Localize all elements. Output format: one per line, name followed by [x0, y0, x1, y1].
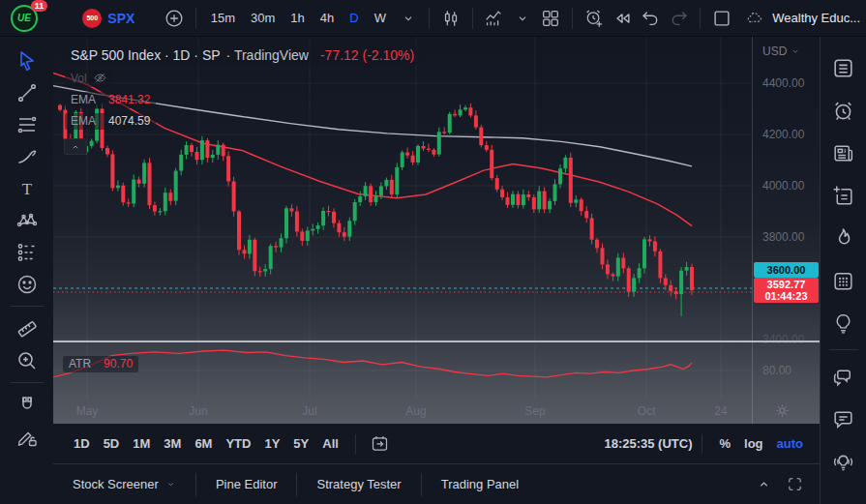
magnet-mode-button[interactable] — [9, 389, 45, 421]
timeframe-menu-arrow[interactable] — [394, 4, 422, 33]
cloud-account-button[interactable]: Wealthy Educ... — [744, 10, 860, 27]
symbol-title: S&P 500 Index · 1D · SP — [71, 47, 221, 63]
chevron-down-icon — [515, 11, 530, 26]
bar-replay-button[interactable] — [608, 4, 636, 33]
range-5y-button[interactable]: 5Y — [286, 431, 315, 456]
atr-pane[interactable] — [53, 342, 752, 399]
time-label: Jul — [302, 404, 316, 418]
watchlist-button[interactable] — [825, 46, 862, 89]
divider — [700, 8, 701, 29]
range-ytd-button[interactable]: YTD — [219, 431, 257, 456]
indicators-menu-arrow[interactable] — [508, 4, 536, 33]
symbol-description[interactable]: S&P 500 Index · 1D · SP · TradingView -7… — [65, 46, 420, 65]
top-toolbar: UE 11 500 SPX 15m 30m 1h 4h D W Wealthy … — [0, 0, 866, 37]
fib-retracement-tool-button[interactable] — [9, 108, 45, 140]
timeframe-1d-button[interactable]: D — [342, 6, 366, 30]
pattern-tool-button[interactable] — [9, 204, 45, 236]
news-button[interactable] — [825, 132, 862, 174]
timeframe-1w-button[interactable]: W — [367, 6, 394, 30]
ema-slow-legend-row[interactable]: EMA 4074.59 — [65, 113, 420, 130]
price-level-label: 3600.00 — [754, 262, 819, 278]
undo-button[interactable] — [637, 4, 665, 33]
currency-selector[interactable]: USD — [762, 44, 801, 58]
legend-collapse-button[interactable] — [64, 138, 87, 155]
clock[interactable]: 18:25:35 (UTC) — [604, 436, 692, 451]
log-scale-button[interactable]: log — [737, 431, 770, 456]
streams-button[interactable] — [825, 440, 862, 483]
hotlists-button[interactable] — [825, 217, 862, 259]
magnifier-plus-icon — [15, 349, 39, 372]
alerts-button[interactable] — [825, 89, 862, 132]
range-1y-button[interactable]: 1Y — [257, 431, 286, 456]
chats-icon — [831, 365, 855, 389]
redo-button[interactable] — [665, 4, 693, 33]
time-label: May — [76, 404, 99, 418]
public-chats-button[interactable] — [825, 355, 862, 398]
chart-style-button[interactable] — [436, 4, 464, 33]
timeframe-1h-button[interactable]: 1h — [283, 6, 312, 30]
chart-area[interactable]: MayJunJulAugSepOct24 USD 3600.00 3592.77… — [53, 37, 820, 424]
price-axis[interactable]: USD 3600.00 3592.77 01:44:23 4400.004200… — [752, 37, 820, 424]
tradingview-app: UE 11 500 SPX 15m 30m 1h 4h D W Wealthy … — [0, 0, 866, 504]
brush-tool-button[interactable] — [9, 140, 45, 172]
atr-legend[interactable]: ATR 90.70 — [63, 356, 138, 372]
measure-tool-button[interactable] — [9, 312, 45, 344]
newspaper-icon — [831, 141, 855, 165]
goto-date-button[interactable] — [366, 430, 395, 458]
pane-separator[interactable] — [53, 341, 820, 342]
time-label: 24 — [714, 404, 727, 418]
tab-trading-panel[interactable]: Trading Panel — [422, 467, 538, 501]
notes-button[interactable] — [825, 174, 862, 217]
tab-stock-screener[interactable]: Stock Screener — [53, 467, 195, 501]
expand-panel-button[interactable] — [748, 470, 779, 499]
forecast-tool-button[interactable] — [9, 236, 45, 268]
ideas-button[interactable] — [825, 302, 862, 344]
create-alert-button[interactable] — [580, 4, 608, 33]
auto-scale-button[interactable]: auto — [770, 431, 810, 456]
cursor-tool-button[interactable] — [9, 44, 45, 76]
emoji-tool-button[interactable] — [9, 268, 45, 300]
layout-templates-button[interactable] — [536, 4, 564, 33]
chart-column: MayJunJulAugSepOct24 USD 3600.00 3592.77… — [53, 37, 820, 504]
divider — [429, 8, 430, 29]
bulb-rays-icon — [831, 450, 855, 474]
drawing-lock-button[interactable] — [9, 421, 45, 453]
time-axis[interactable]: MayJunJulAugSepOct24 — [53, 399, 820, 424]
range-3m-button[interactable]: 3M — [157, 431, 188, 456]
range-all-button[interactable]: All — [315, 431, 345, 456]
calendar-button[interactable] — [825, 259, 862, 302]
axis-settings-button[interactable] — [773, 401, 791, 424]
main-menu-button[interactable]: UE 11 — [10, 2, 42, 35]
range-1d-button[interactable]: 1D — [67, 431, 97, 456]
range-5d-button[interactable]: 5D — [97, 431, 127, 456]
text-tool-button[interactable] — [9, 172, 45, 204]
private-chat-button[interactable] — [825, 398, 862, 440]
save-layout-button[interactable] — [707, 4, 735, 33]
range-6m-button[interactable]: 6M — [188, 431, 219, 456]
timeframe-4h-button[interactable]: 4h — [313, 6, 342, 30]
tab-pine-editor[interactable]: Pine Editor — [196, 467, 297, 501]
tab-strategy-tester[interactable]: Strategy Tester — [297, 467, 420, 501]
trend-line-tool-button[interactable] — [9, 76, 45, 108]
symbol-search-button[interactable]: 500 SPX — [82, 9, 134, 28]
ema-fast-legend-row[interactable]: EMA 3841.32 — [65, 92, 420, 108]
pencil-lock-icon — [15, 426, 39, 449]
indicators-button[interactable] — [480, 4, 508, 33]
maximize-panel-button[interactable] — [779, 470, 810, 499]
divider — [355, 434, 356, 454]
symbol-name: SPX — [107, 11, 134, 26]
timeframe-30m-button[interactable]: 30m — [243, 6, 283, 30]
percent-scale-button[interactable]: % — [712, 431, 737, 456]
tab-label: Pine Editor — [216, 477, 278, 491]
calendar-icon — [831, 269, 855, 293]
volume-legend-row[interactable]: Vol — [65, 70, 420, 87]
bottom-toolbar: 1D 5D 1M 3M 6M YTD 1Y 5Y All 18:25:35 (U… — [53, 424, 820, 463]
zoom-in-tool-button[interactable] — [9, 344, 45, 376]
price-tick: 4200.00 — [762, 128, 804, 141]
compare-add-symbol-button[interactable] — [160, 4, 188, 33]
price-tick: 3400.00 — [762, 333, 804, 346]
range-1m-button[interactable]: 1M — [126, 431, 157, 456]
eye-slash-icon[interactable] — [93, 71, 107, 85]
time-label: Jun — [189, 404, 207, 418]
timeframe-15m-button[interactable]: 15m — [203, 6, 243, 30]
